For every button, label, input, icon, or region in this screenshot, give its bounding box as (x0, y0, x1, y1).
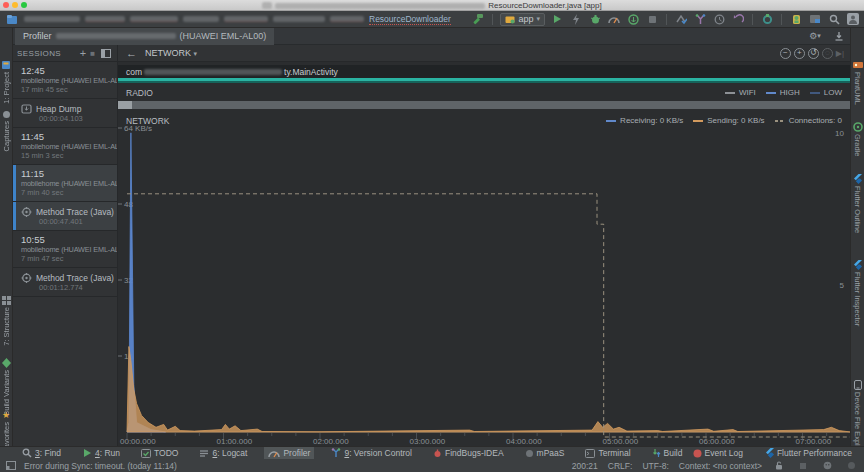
navigation-breadcrumbs[interactable]: ResourceDownloader (0, 13, 451, 26)
gradle-daemon-icon[interactable] (820, 459, 834, 472)
tool-window-button-label: TODO (154, 448, 178, 458)
toolbar-separator (752, 14, 753, 25)
tool-window-button-9-version-control[interactable]: 9: Version Control (327, 447, 416, 460)
tool-window-button-label: Build (664, 448, 683, 458)
session-item[interactable]: 11:15 mobilehome (HUAWEI EML-AL00) 7 min… (13, 165, 117, 202)
new-session-icon[interactable]: + (80, 47, 86, 59)
breadcrumb-current-file[interactable]: ResourceDownloader (369, 14, 451, 25)
tool-stripe-flutter-outline[interactable]: Flutter Outline (851, 174, 864, 233)
reset-zoom-icon[interactable]: ↺ (808, 48, 819, 59)
tool-window-button-findbugs-idea[interactable]: FindBugs-IDEA (429, 447, 508, 460)
collapse-sessions-icon[interactable] (99, 47, 113, 60)
right-tool-stripe: PlantUMLGradleFlutter OutlineFlutter Ins… (850, 28, 864, 446)
tool-window-button-build[interactable]: Build (648, 447, 687, 460)
artifact-duration: 00:00:47.401 (21, 217, 113, 226)
stop-icon[interactable] (645, 13, 659, 26)
sync-icon[interactable] (760, 13, 774, 26)
tool-stripe-label: 7: Structure (2, 307, 11, 346)
profiler-gauge-icon[interactable] (607, 13, 621, 26)
session-time: 10:55 (21, 234, 113, 245)
zoom-out-icon[interactable]: − (780, 48, 791, 59)
build-variants-icon (2, 358, 11, 368)
tool-stripe-build-variants[interactable]: Build Variants (0, 358, 12, 416)
series-connections (127, 194, 850, 437)
tab-profiler[interactable]: Profiler (HUAWEI EML-AL00) (15, 28, 274, 45)
memory-indicator-icon[interactable] (844, 459, 858, 472)
tool-stripe-7-structure[interactable]: 7: Structure (0, 296, 12, 346)
session-artifact-item[interactable]: Method Trace (Java) 00:00:47.401 (13, 202, 117, 231)
zoom-in-icon[interactable]: + (794, 48, 805, 59)
tool-window-button-event-log[interactable]: Event Log (689, 447, 747, 460)
zoom-controls: − + ↺ ◌ ▶| (780, 48, 850, 59)
status-message[interactable]: Error during Sync: timeout. (today 11:14… (24, 461, 177, 471)
tool-window-button-6-logcat[interactable]: 6: Logcat (195, 447, 251, 460)
session-device: mobilehome (HUAWEI EML-AL00) (21, 179, 113, 188)
debug-icon[interactable] (588, 13, 602, 26)
session-artifact-item[interactable]: Method Trace (Java) 00:01:12.774 (13, 268, 117, 297)
sdk-manager-icon[interactable] (789, 13, 803, 26)
session-item[interactable]: 12:45 mobilehome (HUAWEI EML-AL00) 17 mi… (13, 62, 117, 99)
device-manager-icon[interactable] (808, 13, 822, 26)
encoding-widget[interactable]: UTF-8: (642, 461, 668, 471)
tool-stripe-captures[interactable]: Captures (0, 110, 12, 151)
zoom-to-selection-icon[interactable]: ◌ (822, 48, 833, 59)
background-tasks-icon[interactable] (796, 459, 810, 472)
history-icon[interactable] (712, 13, 726, 26)
settings-gear-icon[interactable]: ⚙▾ (808, 30, 822, 43)
update-project-icon[interactable] (674, 13, 688, 26)
stop-session-icon[interactable]: ■ (90, 49, 95, 58)
tool-window-button-label: mPaaS (537, 448, 565, 458)
readonly-lock-icon[interactable] (772, 459, 786, 472)
coverage-icon[interactable] (626, 13, 640, 26)
tool-stripe-1-project[interactable]: 1: Project (0, 60, 12, 104)
x-axis-tick-label: 06:00.000 (699, 437, 735, 446)
proxy-doc-icon (262, 2, 272, 9)
tool-window-button-profiler[interactable]: Profiler (264, 447, 314, 460)
toolbar-separator (492, 14, 493, 25)
run-config-label: app (518, 14, 533, 24)
redacted-breadcrumb (183, 16, 219, 22)
tool-stripe-label: 1: Project (2, 72, 11, 104)
x-axis-tick-label: 05:00.000 (603, 437, 639, 446)
main-toolbar: ResourceDownloader app▾ (0, 11, 864, 28)
session-time: 11:45 (21, 131, 113, 142)
tool-window-button-flutter-performance[interactable]: Flutter Performance (761, 447, 856, 460)
series-sending (127, 347, 850, 433)
tool-stripe-label: Flutter Outline (853, 186, 862, 233)
tool-window-button-mpaas[interactable]: mPaaS (521, 447, 569, 460)
y-axis-right-label: 5 (840, 281, 845, 290)
avatar-icon[interactable] (846, 13, 860, 26)
tool-stripe-gradle[interactable]: Gradle (851, 122, 864, 157)
heap-dump-icon (21, 104, 32, 114)
network-chart[interactable]: 00:00.00001:00.00002:00.00003:00.00004:0… (118, 62, 850, 446)
run-icon[interactable] (550, 13, 564, 26)
search-everywhere-icon[interactable] (827, 13, 841, 26)
tool-window-button-4-run[interactable]: 4: Run (78, 447, 124, 460)
tool-window-button-terminal[interactable]: Terminal (581, 447, 634, 460)
line-ending-widget[interactable]: CRLF: (608, 461, 633, 471)
session-time: 12:45 (21, 65, 113, 76)
tool-window-button-3-find[interactable]: 3: Find (18, 447, 65, 460)
tool-window-button-todo[interactable]: TODO (137, 447, 182, 460)
tool-stripe-flutter-inspector[interactable]: Flutter Inspector (851, 260, 864, 326)
session-item[interactable]: 11:45 mobilehome (HUAWEI EML-AL00) 15 mi… (13, 128, 117, 165)
session-artifact-item[interactable]: Heap Dump 00:00:04.103 (13, 99, 117, 128)
caret-position-widget[interactable]: 200:21 (572, 461, 598, 471)
window-title-text: ResourceDownloader.java [app] (488, 1, 601, 10)
sessions-header: SESSIONS (17, 49, 61, 58)
sessions-panel: 12:45 mobilehome (HUAWEI EML-AL00) 17 mi… (13, 62, 118, 446)
toggle-tool-stripes-icon[interactable] (4, 459, 18, 472)
session-item[interactable]: 10:55 mobilehome (HUAWEI EML-AL00) 7 min… (13, 231, 117, 268)
import-session-icon[interactable] (832, 30, 846, 43)
go-live-icon[interactable]: ▶| (836, 49, 844, 58)
run-config-select[interactable]: app▾ (500, 13, 545, 26)
view-selector[interactable]: NETWORK ▾ (145, 48, 197, 58)
commit-icon[interactable] (693, 13, 707, 26)
apply-changes-icon[interactable] (569, 13, 583, 26)
flutter-icon (853, 174, 862, 184)
rollback-icon[interactable] (731, 13, 745, 26)
back-arrow-icon[interactable]: ← (126, 47, 137, 59)
hammer-icon[interactable] (471, 13, 485, 26)
tool-stripe-plantuml[interactable]: PlantUML (851, 60, 864, 105)
context-widget[interactable]: Context: <no context> (679, 461, 762, 471)
